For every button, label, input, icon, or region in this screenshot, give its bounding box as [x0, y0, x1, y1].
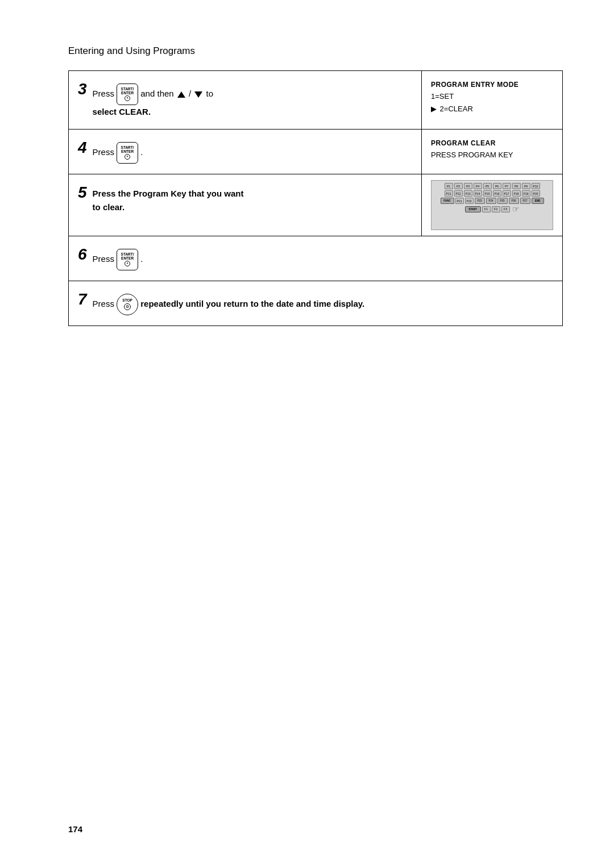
step-3-select-clear: select CLEAR. — [93, 107, 151, 116]
key-r4-2: F1 — [482, 206, 491, 212]
step-3-right-title: PROGRAM ENTRY MODE — [431, 79, 553, 90]
key-row2-7: P17 — [503, 190, 511, 197]
arrow-down-icon-3 — [194, 91, 202, 98]
key-r3-3: P22 — [465, 198, 474, 204]
key-function: FUNC — [441, 198, 454, 204]
key-row2-1: P11 — [445, 190, 453, 197]
key-row2-10: P20 — [532, 190, 540, 197]
stop-label-7: STOP — [122, 299, 132, 303]
stop-circle-icon-7: ⊙ — [124, 303, 131, 310]
enter-icon-6 — [125, 261, 130, 266]
step-3-left: 3 Press START/ ENTER and then / — [69, 71, 422, 130]
step-number-7: 7 — [78, 291, 87, 307]
table-row: 3 Press START/ ENTER and then / — [69, 71, 563, 130]
key-row1-2: P2 — [454, 183, 463, 189]
step-4-right: PROGRAM CLEAR PRESS PROGRAM KEY — [422, 130, 563, 174]
step-3-press: Press — [93, 89, 117, 98]
step-4-period: . — [140, 147, 143, 157]
step-7-press: Press — [93, 299, 117, 308]
key-row2-3: P13 — [464, 190, 472, 197]
step-3-and-then: and then — [140, 89, 176, 98]
enter-icon-4 — [125, 154, 130, 160]
key-row2-4: P14 — [474, 190, 482, 197]
step-number-6: 6 — [78, 247, 87, 262]
key-r3-8: P27 — [520, 198, 530, 204]
step-4-press: Press — [93, 147, 117, 157]
table-row: 4 Press START/ ENTER . PROGRAM CLEAR PRE… — [69, 130, 563, 174]
step-3-to: to — [206, 89, 214, 98]
step-3-right: PROGRAM ENTRY MODE 1=SET ▶ 2=CLEAR — [422, 71, 563, 130]
key-row1-8: P8 — [512, 183, 521, 189]
key-row1-1: P1 — [445, 183, 453, 189]
section-title: Entering and Using Programs — [68, 45, 563, 57]
enter-icon-3 — [125, 95, 130, 101]
table-row: 7 Press STOP ⊙ repeatedly until you retu… — [69, 281, 563, 326]
key-start-bottom: START — [465, 206, 481, 212]
start-enter-button-4[interactable]: START/ ENTER — [117, 142, 138, 164]
key-r3-2: P21 — [455, 198, 464, 204]
table-row: 6 Press START/ ENTER . — [69, 236, 563, 281]
enter-label-4: ENTER — [121, 150, 134, 154]
step-5-left: 5 Press the Program Key that you want to… — [69, 174, 422, 236]
cursor-icon: ☞ — [512, 205, 520, 213]
arrow-up-icon-3 — [177, 91, 185, 98]
page-number: 174 — [68, 824, 82, 834]
key-r4-4: F3 — [501, 206, 510, 212]
key-row2-9: P19 — [522, 190, 530, 197]
key-r4-3: F2 — [492, 206, 500, 212]
keyboard-image: P1 P2 P3 P4 P5 P6 P7 P8 P9 P10 P11 — [431, 180, 553, 230]
step-number-5: 5 — [78, 185, 87, 201]
table-row: 5 Press the Program Key that you want to… — [69, 174, 563, 236]
enter-label-6: ENTER — [121, 257, 134, 261]
key-r3-7: P26 — [509, 198, 519, 204]
step-number-4: 4 — [78, 140, 87, 156]
step-5-right: P1 P2 P3 P4 P5 P6 P7 P8 P9 P10 P11 — [422, 174, 563, 236]
slash-3: / — [189, 89, 193, 98]
key-row1-4: P4 — [474, 183, 482, 189]
step-4-right-title: PROGRAM CLEAR — [431, 137, 553, 149]
step-number-3: 3 — [78, 81, 87, 97]
key-row2-2: P12 — [454, 190, 463, 197]
key-row1-7: P7 — [503, 183, 511, 189]
start-enter-button-3[interactable]: START/ ENTER — [117, 84, 138, 105]
key-row2-8: P18 — [512, 190, 521, 197]
key-r3-5: P24 — [486, 198, 496, 204]
right-arrow-icon-3: ▶ — [431, 103, 437, 115]
key-row2-5: P15 — [483, 190, 492, 197]
key-stop-row3: END — [532, 198, 544, 204]
step-6-left: 6 Press START/ ENTER . — [69, 236, 563, 281]
step-4-left: 4 Press START/ ENTER . — [69, 130, 422, 174]
steps-table: 3 Press START/ ENTER and then / — [68, 70, 563, 326]
stop-button-7[interactable]: STOP ⊙ — [117, 294, 138, 315]
step-3-right-line2: ▶ 2=CLEAR — [431, 103, 553, 115]
key-row1-6: P6 — [493, 183, 501, 189]
key-r3-4: P23 — [475, 198, 485, 204]
key-row1-10: P10 — [532, 183, 540, 189]
step-3-right-line1: 1=SET — [431, 90, 553, 103]
step-6-period: . — [140, 254, 143, 264]
key-row1-5: P5 — [483, 183, 492, 189]
enter-label-3: ENTER — [121, 91, 134, 95]
key-row1-3: P3 — [464, 183, 472, 189]
step-4-right-line1: PRESS PROGRAM KEY — [431, 149, 553, 161]
key-row1-9: P9 — [522, 183, 530, 189]
key-r3-6: P25 — [497, 198, 508, 204]
key-row2-6: P16 — [493, 190, 501, 197]
step-5-text1: Press the Program Key that you want — [93, 189, 244, 198]
step-5-text2: to clear. — [93, 202, 125, 212]
step-6-press: Press — [93, 254, 117, 264]
step-7-text: repeatedly until you return to the date … — [140, 299, 364, 308]
step-7-left: 7 Press STOP ⊙ repeatedly until you retu… — [69, 281, 563, 326]
page-container: Entering and Using Programs 3 Press STAR… — [0, 0, 614, 868]
start-enter-button-6[interactable]: START/ ENTER — [117, 249, 138, 270]
